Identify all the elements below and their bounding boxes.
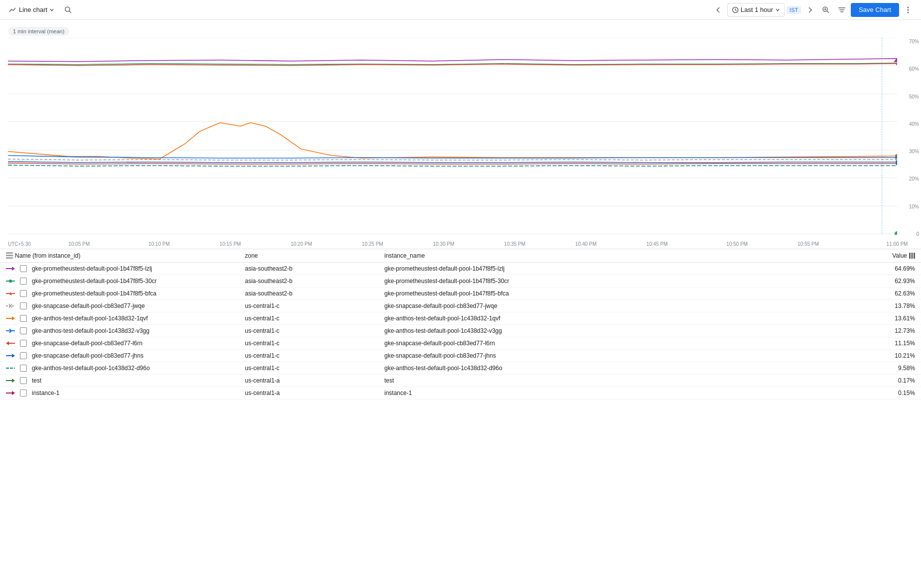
row-value-1: 64.69%: [875, 265, 915, 272]
row-checkbox-7[interactable]: [20, 340, 27, 347]
y-label-20: 20%: [901, 176, 919, 182]
table-row[interactable]: gke-anthos-test-default-pool-1c438d32-d9…: [0, 362, 921, 375]
row-instance-9: gke-anthos-test-default-pool-1c438d32-d9…: [384, 365, 875, 372]
row-zone-7: us-central1-c: [245, 340, 384, 347]
row-name-5: gke-anthos-test-default-pool-1c438d32-1q…: [32, 315, 148, 322]
table-row[interactable]: instance-1 us-central1-a instance-1 0.15…: [0, 387, 921, 399]
svg-rect-7: [838, 7, 845, 8]
table-row[interactable]: test us-central1-a test 0.17%: [0, 375, 921, 387]
row-value-4: 13.78%: [875, 302, 915, 309]
row-checkbox-10[interactable]: [20, 377, 27, 384]
row-checkbox-11[interactable]: [20, 390, 27, 396]
table-row[interactable]: gke-snapcase-default-pool-cb83ed77-l6rn …: [0, 337, 921, 350]
chart-inner[interactable]: ★ ★: [8, 38, 897, 235]
series-icon-1: [6, 266, 15, 272]
legend-table: Name (from instance_id) zone instance_na…: [0, 249, 921, 399]
prev-button[interactable]: [711, 3, 725, 17]
series-icon-9: [6, 365, 15, 371]
chart-type-label: Line chart: [19, 6, 47, 13]
svg-marker-53: [12, 354, 15, 358]
line-chart-icon: [9, 6, 17, 14]
x-label-1030: 10:30 PM: [433, 241, 455, 247]
row-checkbox-9[interactable]: [20, 365, 27, 372]
time-chevron-down-icon: [775, 7, 780, 12]
y-axis: 70% 60% 50% 40% 30% 20% 10% 0: [901, 38, 921, 247]
row-checkbox-4[interactable]: [20, 302, 27, 309]
chevron-left-icon: [714, 6, 722, 14]
svg-marker-46: [12, 316, 15, 320]
svg-line-4: [827, 11, 829, 13]
row-zone-3: asia-southeast2-b: [245, 290, 384, 297]
x-axis: UTC+5:30 10:05 PM 10:10 PM 10:15 PM 10:2…: [8, 235, 897, 247]
save-chart-button[interactable]: Save Chart: [851, 3, 899, 17]
svg-point-12: [908, 11, 909, 13]
table-row[interactable]: gke-prometheustest-default-pool-1b47f8f5…: [0, 263, 921, 275]
next-button[interactable]: [803, 3, 817, 17]
row-value-7: 11.15%: [875, 340, 915, 347]
row-checkbox-6[interactable]: [20, 327, 27, 334]
svg-rect-33: [909, 253, 911, 259]
col-header-name: Name (from instance_id): [6, 252, 245, 259]
svg-rect-32: [6, 257, 13, 259]
chart-wrapper: 70% 60% 50% 40% 30% 20% 10% 0: [4, 38, 921, 247]
search-button[interactable]: [61, 3, 75, 17]
y-label-30: 30%: [901, 149, 919, 154]
columns-icon[interactable]: [909, 253, 915, 259]
row-value-9: 9.58%: [875, 365, 915, 372]
row-checkbox-2[interactable]: [20, 278, 27, 285]
more-options-button[interactable]: [901, 3, 915, 17]
table-row[interactable]: gke-snapcase-default-pool-cb83ed77-jwqe …: [0, 300, 921, 312]
table-row[interactable]: gke-anthos-test-default-pool-1c438d32-1q…: [0, 312, 921, 325]
row-instance-2: gke-prometheustest-default-pool-1b47f8f5…: [384, 278, 875, 285]
x-label-1010: 10:10 PM: [148, 241, 170, 247]
row-instance-3: gke-prometheustest-default-pool-1b47f8f5…: [384, 290, 875, 297]
svg-text:★: ★: [8, 291, 13, 296]
series-icon-4: [6, 303, 15, 309]
series-icon-3: ★: [6, 291, 15, 296]
table-row[interactable]: gke-snapcase-default-pool-cb83ed77-jhns …: [0, 350, 921, 362]
chevron-down-icon: [49, 7, 54, 12]
row-name-1: gke-prometheustest-default-pool-1b47f8f5…: [32, 265, 152, 272]
row-name-11: instance-1: [32, 390, 59, 396]
row-zone-11: us-central1-a: [245, 390, 384, 396]
svg-marker-58: [12, 391, 15, 395]
row-zone-4: us-central1-c: [245, 302, 384, 309]
row-checkbox-3[interactable]: [20, 290, 27, 297]
chart-type-button[interactable]: Line chart: [6, 4, 57, 16]
svg-text:★: ★: [895, 60, 897, 67]
row-checkbox-8[interactable]: [20, 352, 27, 359]
table-row[interactable]: gke-prometheustest-default-pool-1b47f8f5…: [0, 275, 921, 288]
filter-icon: [838, 6, 846, 14]
row-zone-8: us-central1-c: [245, 352, 384, 359]
svg-text:★: ★: [895, 161, 897, 167]
zoom-button[interactable]: [819, 3, 833, 17]
row-name-col: gke-anthos-test-default-pool-1c438d32-v3…: [6, 327, 245, 334]
row-name-col: gke-prometheustest-default-pool-1b47f8f5…: [6, 265, 245, 272]
row-zone-2: asia-southeast2-b: [245, 278, 384, 285]
row-zone-10: us-central1-a: [245, 377, 384, 384]
svg-point-39: [9, 280, 12, 283]
row-instance-11: instance-1: [384, 390, 875, 396]
row-checkbox-1[interactable]: [20, 265, 27, 272]
table-row[interactable]: ★ gke-prometheustest-default-pool-1b47f8…: [0, 288, 921, 300]
col-header-zone: zone: [245, 252, 384, 259]
table-icon: [6, 252, 13, 259]
row-name-col: test: [6, 377, 245, 384]
series-icon-7: [6, 340, 15, 346]
x-label-1055: 10:55 PM: [798, 241, 819, 247]
svg-rect-35: [914, 253, 915, 259]
table-row[interactable]: gke-anthos-test-default-pool-1c438d32-v3…: [0, 325, 921, 337]
row-name-9: gke-anthos-test-default-pool-1c438d32-d9…: [32, 365, 150, 372]
toolbar-right: Last 1 hour IST Save: [711, 3, 915, 17]
settings-button[interactable]: [835, 3, 849, 17]
row-checkbox-5[interactable]: [20, 315, 27, 322]
row-name-col: ★ gke-prometheustest-default-pool-1b47f8…: [6, 290, 245, 297]
time-range-button[interactable]: Last 1 hour: [727, 3, 785, 17]
row-name-col: gke-snapcase-default-pool-cb83ed77-jwqe: [6, 302, 245, 309]
svg-point-0: [65, 7, 70, 11]
col-header-instance: instance_name: [384, 252, 875, 259]
clock-icon: [732, 6, 739, 13]
row-zone-9: us-central1-c: [245, 365, 384, 372]
row-name-7: gke-snapcase-default-pool-cb83ed77-l6rn: [32, 340, 142, 347]
row-name-col: gke-anthos-test-default-pool-1c438d32-d9…: [6, 365, 245, 372]
